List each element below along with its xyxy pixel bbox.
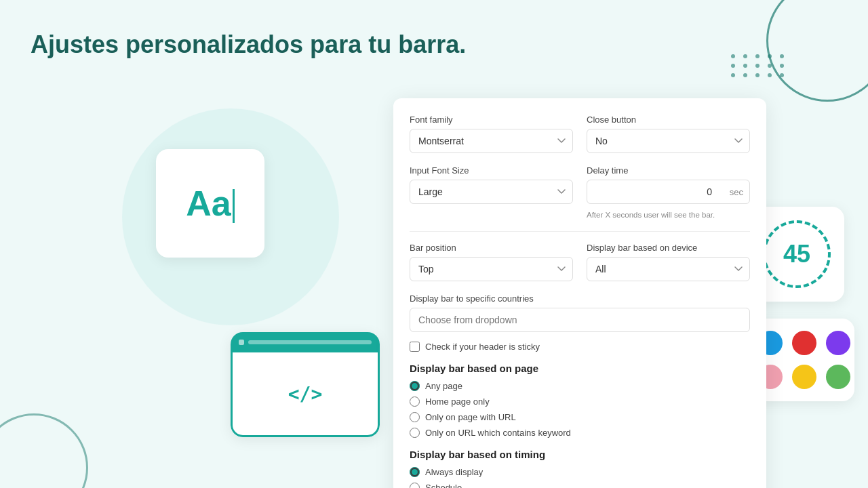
delay-hint: After X seconds user will see the bar. [587, 211, 750, 219]
divider-1 [410, 231, 750, 232]
close-button-select[interactable]: No Yes [587, 129, 750, 153]
color-swatch[interactable] [826, 365, 850, 389]
display-device-label: Display bar based on device [587, 243, 750, 253]
code-tag-text: </> [288, 383, 323, 405]
timer-circle: 45 [763, 220, 831, 288]
display-timing-title: Display bar based on timing [410, 449, 750, 460]
font-family-group: Font family Montserrat Arial Roboto Open… [410, 115, 573, 153]
row-position-device: Bar position Top Bottom Display bar base… [410, 243, 750, 281]
code-bar-dot [239, 340, 244, 345]
input-font-size-select[interactable]: Small Medium Large Extra Large [410, 180, 573, 204]
countries-input[interactable] [410, 308, 750, 332]
display-page-radio-any[interactable] [410, 381, 420, 391]
decorative-circle-top-right [766, 0, 868, 102]
display-timing-radio-label: Always display [425, 467, 483, 477]
display-page-section: Display bar based on page Any pageHome p… [410, 363, 750, 438]
display-device-select[interactable]: All Desktop Mobile Tablet [587, 257, 750, 281]
row-fontsize-delay: Input Font Size Small Medium Large Extra… [410, 165, 750, 219]
font-preview-card: Aa [156, 149, 264, 258]
close-button-group: Close button No Yes [587, 115, 750, 153]
countries-group: Display bar to specific countries [410, 293, 750, 332]
color-swatch[interactable] [792, 331, 816, 355]
display-timing-radio-group: Always displaySchedule [410, 467, 750, 488]
close-button-label: Close button [587, 115, 750, 125]
delay-time-input[interactable] [587, 180, 750, 204]
dot-grid-decoration [731, 54, 787, 77]
code-card-body: </> [231, 352, 380, 437]
row-font-close: Font family Montserrat Arial Roboto Open… [410, 115, 750, 153]
delay-input-wrap: sec [587, 180, 750, 204]
display-page-radio-label: Any page [425, 381, 462, 391]
font-family-label: Font family [410, 115, 573, 125]
display-page-radio-label: Only on URL which contains keyword [425, 428, 571, 438]
delay-time-group: Delay time sec After X seconds user will… [587, 165, 750, 219]
display-timing-section: Display bar based on timing Always displ… [410, 449, 750, 488]
display-page-radio-row: Any page [410, 381, 750, 391]
color-swatch[interactable] [792, 365, 816, 389]
display-page-radio-url[interactable] [410, 412, 420, 422]
code-preview-card: </> [231, 332, 380, 437]
decorative-circle-bottom-left [0, 413, 88, 488]
sticky-header-label: Check if your header is sticky [425, 342, 540, 352]
display-page-title: Display bar based on page [410, 363, 750, 374]
display-page-radio-row: Only on URL which contains keyword [410, 428, 750, 438]
display-timing-radio-row: Schedule [410, 483, 750, 488]
input-font-size-group: Input Font Size Small Medium Large Extra… [410, 165, 573, 219]
color-swatch[interactable] [826, 331, 850, 355]
display-page-radio-group: Any pageHome page onlyOnly on page with … [410, 381, 750, 438]
bar-position-group: Bar position Top Bottom [410, 243, 573, 281]
bar-position-select[interactable]: Top Bottom [410, 257, 573, 281]
display-page-radio-label: Home page only [425, 396, 490, 407]
countries-label: Display bar to specific countries [410, 293, 750, 304]
delay-time-label: Delay time [587, 165, 750, 176]
display-page-radio-label: Only on page with URL [425, 412, 516, 422]
code-card-header [231, 332, 380, 352]
display-timing-radio-row: Always display [410, 467, 750, 477]
font-family-select[interactable]: Montserrat Arial Roboto Open Sans [410, 129, 573, 153]
cursor-icon [233, 189, 235, 223]
input-font-size-label: Input Font Size [410, 165, 573, 176]
settings-panel: Font family Montserrat Arial Roboto Open… [393, 98, 766, 488]
code-bar-line [248, 340, 372, 344]
display-page-radio-home[interactable] [410, 396, 420, 407]
timer-number: 45 [783, 240, 810, 268]
delay-unit: sec [730, 187, 743, 197]
display-timing-radio-label: Schedule [425, 483, 462, 488]
display-page-radio-row: Home page only [410, 396, 750, 407]
display-page-radio-keyword[interactable] [410, 428, 420, 438]
font-preview-text: Aa [186, 183, 234, 224]
display-device-group: Display bar based on device All Desktop … [587, 243, 750, 281]
display-page-radio-row: Only on page with URL [410, 412, 750, 422]
page-title: Ajustes personalizados para tu barra. [31, 30, 466, 59]
display-timing-radio-schedule[interactable] [410, 483, 420, 488]
sticky-header-row: Check if your header is sticky [410, 342, 750, 352]
display-timing-radio-always[interactable] [410, 467, 420, 477]
sticky-header-checkbox[interactable] [410, 342, 420, 352]
bar-position-label: Bar position [410, 243, 573, 253]
